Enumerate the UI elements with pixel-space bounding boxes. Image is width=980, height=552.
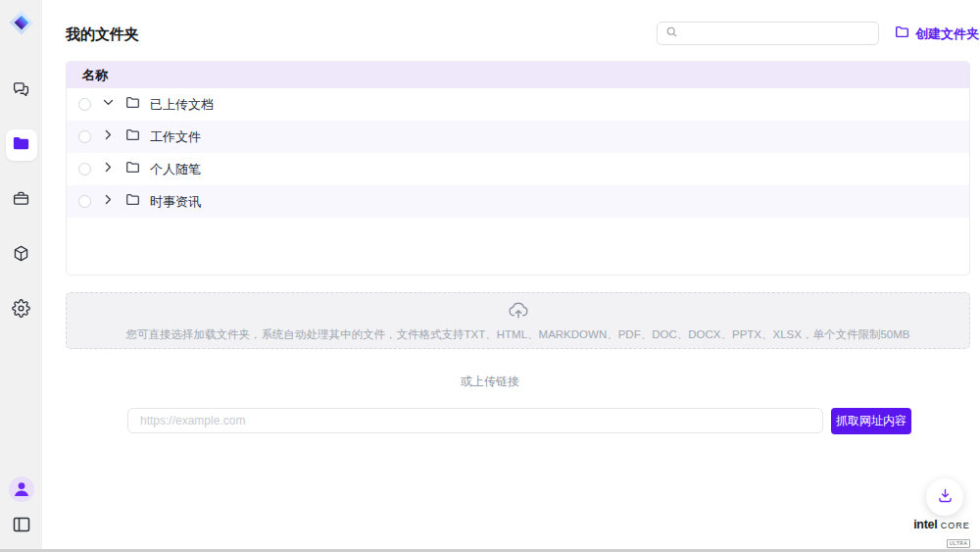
intel-core-ultra-logo: intel core ultra [909, 518, 974, 549]
search-box [657, 22, 879, 45]
sidebar-bottom [9, 477, 34, 535]
chat-icon [12, 79, 30, 102]
download-button[interactable] [926, 478, 963, 516]
intel-brand-text: intel [913, 518, 937, 531]
sidebar-item-settings[interactable] [6, 294, 37, 326]
app-window: 我的文件夹 创建文件夹 名称 [0, 0, 980, 552]
upload-dropzone[interactable]: 您可直接选择加载文件夹，系统自动处理其中的文件，文件格式支持TXT、HTML、M… [66, 292, 970, 349]
folder-icon [125, 95, 140, 114]
url-input[interactable] [127, 408, 823, 433]
chevron-right-icon[interactable] [101, 160, 116, 178]
folder-name: 时事资讯 [150, 193, 201, 211]
folder-table: 名称 已上传文档 [66, 61, 970, 276]
folder-table-body: 已上传文档 工作文件 [67, 88, 969, 218]
row-checkbox[interactable] [78, 130, 91, 143]
row-checkbox[interactable] [78, 98, 91, 111]
sidebar-nav [6, 75, 37, 326]
search-input[interactable] [678, 23, 878, 44]
table-row[interactable]: 已上传文档 [67, 88, 969, 121]
fetch-url-button[interactable]: 抓取网址内容 [831, 408, 911, 434]
table-row[interactable]: 时事资讯 [67, 185, 969, 218]
briefcase-icon [12, 189, 30, 212]
chevron-right-icon[interactable] [101, 192, 116, 211]
folder-icon [125, 192, 140, 211]
sidebar-item-folders[interactable] [6, 129, 37, 161]
folder-icon [125, 160, 140, 178]
intel-product-text: core [941, 518, 970, 531]
page-title: 我的文件夹 [66, 25, 139, 44]
gear-icon [12, 299, 30, 322]
chevron-down-icon[interactable] [101, 95, 116, 114]
download-icon [937, 487, 954, 508]
intel-ultra-badge: ultra [947, 539, 971, 548]
table-header: 名称 [67, 62, 969, 88]
create-folder-button[interactable]: 创建文件夹 [895, 25, 979, 43]
avatar-icon [9, 488, 34, 502]
folder-plus-icon [895, 25, 909, 43]
table-row[interactable]: 个人随笔 [67, 153, 969, 185]
sidebar [0, 0, 42, 549]
cloud-upload-icon [507, 300, 530, 325]
collapse-panel-button[interactable] [11, 514, 32, 535]
app-logo[interactable] [7, 8, 36, 37]
sidebar-item-chat[interactable] [6, 75, 37, 106]
cube-icon [12, 244, 30, 267]
table-row[interactable]: 工作文件 [67, 121, 969, 153]
sidebar-item-models[interactable] [6, 239, 37, 271]
or-upload-link-label: 或上传链接 [0, 374, 980, 390]
row-checkbox[interactable] [78, 163, 91, 176]
create-folder-label: 创建文件夹 [915, 25, 979, 43]
folder-name: 工作文件 [150, 128, 201, 146]
panel-icon [11, 522, 32, 538]
search-icon [665, 25, 678, 42]
row-checkbox[interactable] [78, 195, 91, 208]
chevron-right-icon[interactable] [101, 127, 116, 146]
avatar[interactable] [9, 477, 34, 502]
folder-name: 已上传文档 [150, 96, 214, 114]
folder-icon [125, 127, 140, 146]
folder-icon [12, 134, 30, 157]
column-name: 名称 [82, 67, 108, 84]
sidebar-item-workspace[interactable] [6, 184, 37, 216]
folder-name: 个人随笔 [150, 161, 201, 178]
upload-hint: 您可直接选择加载文件夹，系统自动处理其中的文件，文件格式支持TXT、HTML、M… [126, 327, 910, 342]
